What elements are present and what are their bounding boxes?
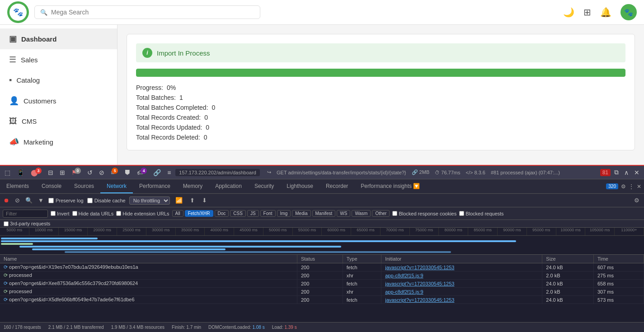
hide-ext-urls-input[interactable]	[116, 211, 121, 216]
dt-expand-icon[interactable]: ∧	[622, 168, 630, 177]
preserve-log-checkbox[interactable]: Preserve log	[48, 198, 84, 203]
dt-block-icon[interactable]: ⊘	[97, 168, 106, 177]
disable-cache-input[interactable]	[87, 198, 93, 203]
dt-network-icon[interactable]: ≡ 5	[109, 168, 120, 177]
filter-other[interactable]: Other	[372, 210, 390, 217]
dt-close-panel-icon[interactable]: ✕	[637, 183, 641, 190]
third-party-input[interactable]	[4, 221, 9, 226]
sidebar-item-customers[interactable]: 👤 Customers	[0, 90, 117, 111]
dt-filter-icon[interactable]: ⛊	[122, 168, 132, 177]
filter-fetch-xhr[interactable]: Fetch/XHR	[185, 210, 213, 217]
search-network-icon[interactable]: 🔍	[24, 196, 33, 205]
download-icon[interactable]: ⬇	[200, 196, 209, 205]
tab-perf-insights[interactable]: Performance insights 🔽	[354, 179, 426, 193]
filter-all[interactable]: All	[172, 210, 183, 217]
upload-icon[interactable]: ⬆	[188, 196, 197, 205]
filter-media[interactable]: Media	[292, 210, 310, 217]
tab-elements[interactable]: Elements	[0, 179, 35, 193]
invert-checkbox[interactable]: Invert	[51, 211, 70, 216]
initiator-link[interactable]: app-c8df2f15.js:9	[385, 273, 423, 278]
initiator-link[interactable]: app-c8df2f15.js:9	[385, 289, 423, 295]
grid-icon[interactable]: ⊞	[583, 7, 591, 18]
tab-security[interactable]: Security	[248, 179, 280, 193]
throttling-select[interactable]: No throttling	[129, 196, 170, 205]
tab-network[interactable]: Network	[100, 179, 133, 193]
sidebar-item-marketing[interactable]: 📣 Marketing	[0, 131, 117, 152]
hide-data-urls-input[interactable]	[72, 211, 77, 216]
wifi-icon[interactable]: 📶	[174, 196, 184, 205]
tab-memory[interactable]: Memory	[177, 179, 209, 193]
blocked-cookies-input[interactable]	[392, 211, 397, 216]
disable-cache-checkbox[interactable]: Disable cache	[87, 198, 126, 203]
tick-13: 65000 ms	[351, 228, 381, 235]
filter-wasm[interactable]: Wasm	[352, 210, 371, 217]
search-input[interactable]	[51, 9, 254, 16]
col-status[interactable]: Status	[297, 255, 343, 263]
moon-icon[interactable]: 🌙	[563, 7, 574, 18]
dt-settings-icon[interactable]: ⚙	[621, 183, 626, 190]
col-type[interactable]: Type	[343, 255, 381, 263]
tab-sources[interactable]: Sources	[68, 179, 100, 193]
third-party-checkbox[interactable]: 3rd-party requests	[4, 221, 50, 226]
blocked-requests-checkbox[interactable]: Blocked requests	[459, 211, 503, 216]
hide-data-urls-label: Hide data URLs	[79, 211, 114, 216]
clear-icon[interactable]: ⊘	[14, 196, 21, 205]
dt-device-icon[interactable]: 📱	[15, 168, 26, 177]
table-row[interactable]: ⟳ open?op=get&id=X5dfe606bff0549e47b7ade…	[0, 296, 644, 304]
hide-ext-urls-checkbox[interactable]: Hide extension URLs	[116, 211, 169, 216]
filter-ws[interactable]: WS	[337, 210, 350, 217]
dt-more-tabs-icon[interactable]: ⋮	[629, 183, 634, 190]
table-row[interactable]: ⟳ processed 200 xhr app-c8df2f15.js:9 2.…	[0, 288, 644, 296]
initiator-link[interactable]: javascript?v=1720330545:1253	[385, 265, 454, 270]
sidebar-item-cms[interactable]: 🖼 CMS	[0, 111, 117, 131]
xhr-icon: ⟳	[4, 289, 8, 294]
dt-inspect-icon[interactable]: ⬚	[3, 168, 12, 177]
filter-manifest[interactable]: Manifest	[312, 210, 336, 217]
filter-img[interactable]: Img	[277, 210, 291, 217]
hide-data-urls-checkbox[interactable]: Hide data URLs	[72, 211, 114, 216]
blocked-requests-input[interactable]	[459, 211, 464, 216]
record-icon[interactable]: ⏺	[3, 196, 10, 205]
settings-right-icon[interactable]: ⚙	[632, 196, 641, 205]
dt-more-icon[interactable]: ≡	[165, 168, 173, 177]
sidebar-item-sales[interactable]: ☰ Sales	[0, 49, 117, 70]
dt-layers-icon[interactable]: ⊞	[58, 168, 67, 177]
dt-warning-icon[interactable]: ⚑ 0	[70, 168, 83, 177]
col-name[interactable]: Name	[0, 255, 297, 263]
bell-icon[interactable]: 🔔	[600, 7, 611, 18]
preserve-log-input[interactable]	[48, 198, 54, 203]
filter-input[interactable]	[3, 210, 48, 218]
filter-js[interactable]: JS	[247, 210, 259, 217]
filter-network-icon[interactable]: ▼	[37, 196, 45, 205]
col-initiator[interactable]: Initiator	[381, 255, 542, 263]
filter-font[interactable]: Font	[260, 210, 276, 217]
search-bar[interactable]: 🔍	[34, 5, 260, 19]
invert-input[interactable]	[51, 211, 56, 216]
dt-sources-icon[interactable]: ⊟	[46, 168, 55, 177]
dt-error-icon[interactable]: ⬤ 3	[29, 168, 43, 177]
tab-performance[interactable]: Performance	[133, 179, 177, 193]
filter-css[interactable]: CSS	[230, 210, 246, 217]
dt-tag-icon[interactable]: 🏷 4	[135, 168, 149, 177]
table-row[interactable]: ⟳ open?op=get&id=Xee87536a96c556c379cd27…	[0, 280, 644, 288]
sidebar-item-catalog[interactable]: ▪ Catalog	[0, 70, 117, 90]
sidebar-item-dashboard[interactable]: ▣ Dashboard	[0, 28, 117, 49]
tab-application[interactable]: Application	[209, 179, 248, 193]
filter-doc[interactable]: Doc	[215, 210, 229, 217]
initiator-link[interactable]: javascript?v=1720330545:1253	[385, 281, 454, 286]
avatar[interactable]: 🐾	[620, 4, 637, 20]
tab-recorder[interactable]: Recorder	[320, 179, 354, 193]
dt-dock-icon[interactable]: ⧉	[612, 168, 620, 177]
dt-refresh-icon[interactable]: ↺	[85, 168, 94, 177]
table-row[interactable]: ⟳ open?op=get&id=X19es7e07bdu1a/2926499e…	[0, 263, 644, 271]
col-time[interactable]: Time	[593, 255, 644, 263]
table-row[interactable]: ⟳ processed 200 xhr app-c8df2f15.js:9 2.…	[0, 271, 644, 280]
tab-lighthouse[interactable]: Lighthouse	[280, 179, 320, 193]
dt-chain-icon[interactable]: 🔗	[151, 168, 163, 177]
col-size[interactable]: Size	[542, 255, 594, 263]
dt-close-icon[interactable]: ✕	[632, 168, 641, 177]
logo[interactable]: 🐾	[7, 1, 29, 23]
initiator-link[interactable]: javascript?v=1720330545:1253	[385, 297, 454, 303]
blocked-cookies-checkbox[interactable]: Blocked response cookies	[392, 211, 456, 216]
tab-console[interactable]: Console	[35, 179, 68, 193]
